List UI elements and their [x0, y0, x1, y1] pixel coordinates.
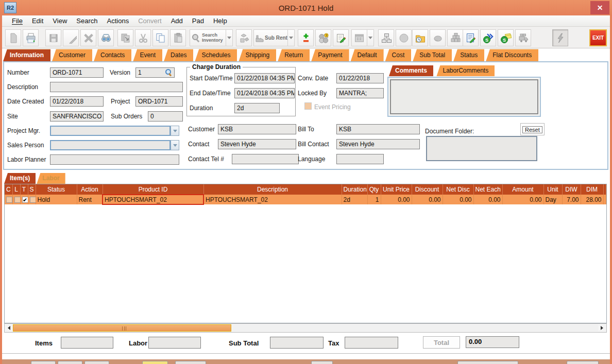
col-c[interactable]: C [5, 184, 12, 195]
conv-date-field[interactable]: 01/22/2018 [336, 73, 384, 83]
bill-contact-field[interactable]: Steven Hyde [336, 139, 420, 149]
date-created-field[interactable]: 01/22/2018 [50, 96, 104, 107]
col-net-disc[interactable]: Net Disc [443, 184, 473, 195]
menu-view[interactable]: View [48, 16, 72, 26]
row-checkbox-s[interactable] [30, 197, 36, 203]
tab-information[interactable]: Information [3, 49, 50, 61]
project-mgr-dropdown[interactable] [171, 126, 179, 136]
close-button[interactable]: ✕ [590, 1, 609, 14]
row-checkbox-t[interactable] [22, 197, 28, 203]
tab-schedules[interactable]: Schedules [195, 49, 237, 61]
tab-items[interactable]: Item(s) [4, 173, 36, 184]
find-button[interactable] [98, 29, 114, 46]
notes-button[interactable] [333, 29, 349, 46]
locked-by-field[interactable]: MANTRA; [336, 88, 384, 98]
site-field[interactable]: SANFRANCISCO [50, 111, 104, 122]
bill-to-field[interactable]: KSB [336, 124, 420, 134]
search-inventory-dropdown[interactable] [226, 30, 232, 46]
tab-cost[interactable]: Cost [385, 49, 412, 61]
language-field[interactable] [336, 154, 384, 164]
cell-status[interactable]: Hold [36, 195, 77, 204]
col-t[interactable]: T [20, 184, 28, 195]
col-s[interactable]: S [28, 184, 36, 195]
col-qty[interactable]: Qty [367, 184, 381, 195]
scrollbar-thumb[interactable] [13, 324, 231, 332]
tab-comments[interactable]: Comments [389, 65, 433, 76]
col-action[interactable]: Action [77, 184, 103, 195]
cell-diw[interactable]: 7.00 [562, 195, 581, 204]
col-duration[interactable]: Duration [342, 184, 367, 195]
cell-net-disc[interactable]: 0.00 [443, 195, 473, 204]
col-diw[interactable]: DIW [562, 184, 581, 195]
row-checkbox-l[interactable] [14, 197, 21, 203]
menu-help[interactable]: Help [209, 16, 232, 26]
tab-flat-discounts[interactable]: Flat Discounts [486, 49, 538, 61]
print-button[interactable] [23, 29, 39, 46]
project-field[interactable]: ORD-1071 [135, 96, 183, 107]
duration-field[interactable]: 2d [234, 103, 280, 113]
reset-button[interactable]: Reset [522, 126, 542, 133]
menu-search[interactable]: Search [72, 16, 102, 26]
sub-rent-dropdown[interactable] [287, 30, 294, 46]
row-checkbox-c[interactable] [6, 197, 12, 203]
search-inventory-button[interactable]: Search Inventory [190, 29, 233, 46]
col-status[interactable]: Status [36, 184, 77, 195]
history-folder-button[interactable] [412, 29, 428, 46]
cell-dim[interactable]: 28.00 [581, 195, 603, 204]
contact-tel-field[interactable] [232, 154, 299, 164]
sales-person-dropdown[interactable] [171, 140, 179, 150]
comments-field[interactable] [390, 79, 538, 114]
post-charges-button[interactable]: S [480, 29, 496, 46]
scroll-left-button[interactable] [5, 324, 13, 332]
cell-net-each[interactable]: 0.00 [473, 195, 502, 204]
col-net-each[interactable]: Net Each [473, 184, 502, 195]
col-discount[interactable]: Discount [412, 184, 443, 195]
menu-add[interactable]: Add [166, 16, 188, 26]
document-folder-field[interactable] [426, 136, 537, 161]
version-search-icon[interactable] [165, 68, 173, 76]
billing-button[interactable]: S [498, 29, 514, 46]
menu-pad[interactable]: Pad [188, 16, 209, 26]
col-description[interactable]: Description [203, 184, 342, 195]
scroll-right-button[interactable] [598, 324, 606, 332]
tab-status[interactable]: Status [453, 49, 484, 61]
col-product-id[interactable]: Product ID [103, 184, 203, 195]
tab-contacts[interactable]: Contacts [94, 49, 131, 61]
cell-duration[interactable]: 2d [342, 195, 367, 204]
cell-unit-price[interactable]: 0.00 [381, 195, 412, 204]
menu-edit[interactable]: Edit [27, 16, 48, 26]
col-amount[interactable]: Amount [502, 184, 543, 195]
tab-payment[interactable]: Payment [311, 49, 349, 61]
hierarchy-button[interactable] [378, 29, 394, 46]
availability-button[interactable]: ? [315, 29, 331, 46]
tab-event[interactable]: Event [133, 49, 162, 61]
cell-amount[interactable]: 0.00 [502, 195, 543, 204]
table-row[interactable]: Hold Rent HPTOUCHSMART_02 HPTOUCHSMART_0… [5, 195, 606, 204]
cell-qty[interactable]: 1 [367, 195, 381, 204]
project-mgr-field[interactable] [50, 126, 171, 136]
tab-dates[interactable]: Dates [164, 49, 193, 61]
menu-actions[interactable]: Actions [103, 16, 134, 26]
exit-button[interactable]: EXIT [589, 29, 607, 46]
menu-file[interactable]: File [7, 16, 27, 26]
start-datetime-field[interactable]: 01/22/2018 04:35 PM [234, 73, 295, 83]
tab-return[interactable]: Return [278, 49, 310, 61]
tab-labor-comments[interactable]: LaborComments [436, 65, 495, 76]
customer-field[interactable]: KSB [218, 124, 296, 134]
tab-customer[interactable]: Customer [52, 49, 92, 61]
cell-unit[interactable]: Day [543, 195, 562, 204]
col-unit[interactable]: Unit [543, 184, 562, 195]
description-field[interactable] [50, 82, 183, 92]
cell-product-id[interactable]: HPTOUCHSMART_02 [103, 195, 203, 204]
cell-action[interactable]: Rent [77, 195, 103, 204]
col-unit-price[interactable]: Unit Price [381, 184, 412, 195]
add-remove-button[interactable] [298, 29, 314, 46]
tab-shipping[interactable]: Shipping [239, 49, 276, 61]
cell-description[interactable]: HPTOUCHSMART_02 [203, 195, 342, 204]
tab-sub-total[interactable]: Sub Total [413, 49, 452, 61]
contact-field[interactable]: Steven Hyde [218, 139, 296, 149]
col-l[interactable]: L [12, 184, 20, 195]
sub-rent-button[interactable]: Sub Rent [253, 29, 295, 46]
labor-planner-field[interactable] [50, 154, 179, 165]
sales-person-field[interactable] [50, 140, 171, 150]
